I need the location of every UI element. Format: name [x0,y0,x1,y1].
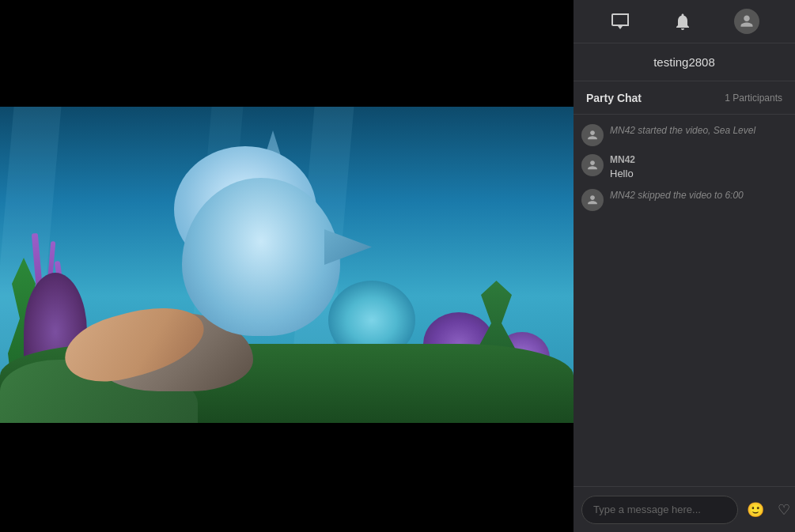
messages-area: MN42 started the video, Sea Level MN42 H… [574,115,795,486]
shark-character [158,130,380,336]
message-row: MN42 Hello [581,154,787,181]
emoji-button[interactable]: 🙂 [744,499,767,521]
message-row: MN42 started the video, Sea Level [581,124,787,146]
message-text: Hello [610,167,787,181]
video-content [0,107,574,423]
shark-body [182,178,340,336]
chat-header-top [574,0,795,43]
user-avatar[interactable] [734,9,759,34]
avatar [581,154,604,176]
party-chat-label: Party Chat [586,92,642,104]
message-text: MN42 skipped the video to 6:00 [610,189,787,202]
message-content: MN42 skipped the video to 6:00 [610,189,787,202]
video-black-bottom [0,423,574,532]
heart-button[interactable]: ♡ [773,499,795,521]
video-panel [0,0,574,532]
message-author: MN42 [610,154,787,165]
chat-input-area: 🙂 ♡ [574,486,795,532]
chat-icon[interactable] [609,10,631,32]
party-chat-header: Party Chat 1 Participants [574,81,795,115]
message-text: MN42 started the video, Sea Level [610,124,787,138]
participants-count: 1 Participants [725,92,782,104]
notifications-icon[interactable] [672,10,694,32]
shark-fin-side [324,229,372,265]
message-content: MN42 Hello [610,154,787,181]
username-text: testing2808 [653,55,715,69]
avatar [581,124,604,146]
avatar [581,189,604,211]
message-input[interactable] [581,496,738,524]
message-row: MN42 skipped the video to 6:00 [581,189,787,211]
chat-panel: testing2808 Party Chat 1 Participants MN… [574,0,795,532]
username-bar: testing2808 [574,43,795,81]
video-black-top [0,0,574,107]
message-content: MN42 started the video, Sea Level [610,124,787,138]
